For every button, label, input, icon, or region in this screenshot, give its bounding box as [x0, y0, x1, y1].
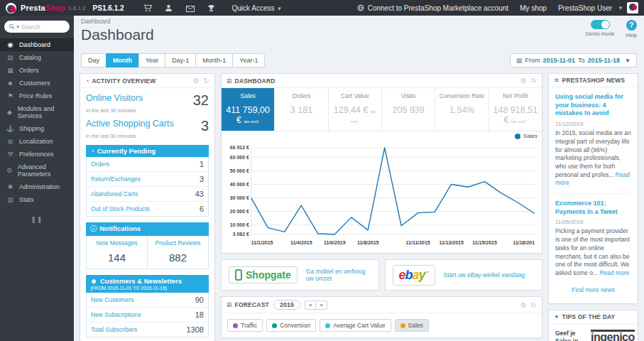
kpi-net-profit[interactable]: Net Profit148 918,51 € tax excl. [489, 88, 542, 131]
sidebar-item-shipping[interactable]: ⚓Shipping [0, 122, 74, 135]
previous-year-button[interactable]: « [305, 301, 315, 310]
svg-text:11/13/2015: 11/13/2015 [439, 240, 464, 245]
sidebar-item-modules[interactable]: ◆Modules and Services [0, 102, 74, 122]
demo-mode-toggle[interactable]: Demo mode [586, 20, 615, 38]
refresh-icon[interactable]: ↻ [204, 77, 209, 85]
kpi-visits[interactable]: Visits205 939 [382, 88, 435, 131]
kpi-cart-value[interactable]: Cart Value129,44 € tax excl. [329, 88, 382, 131]
help-button[interactable]: ? Help [626, 20, 637, 38]
toggle-on-icon[interactable] [591, 20, 610, 29]
svg-text:11/1/2015: 11/1/2015 [251, 240, 273, 245]
range-month-1-button[interactable]: Month-1 [195, 53, 232, 67]
chevron-down-icon: ▼ [277, 6, 283, 12]
product-reviews-cell[interactable]: Product Reviews882 [147, 236, 208, 269]
svg-text:11/8/2015: 11/8/2015 [357, 240, 379, 245]
customers-icon: ☻ [90, 277, 97, 285]
chart-legend[interactable]: Sales [222, 131, 542, 139]
next-year-button[interactable]: » [315, 301, 327, 310]
sales-dot-icon [400, 323, 405, 328]
read-more-link[interactable]: Read more [599, 269, 629, 276]
range-day-button[interactable]: Day [81, 53, 106, 67]
dashboard-panel: ⊞ DASHBOARD ⚙↻ Sales411 759,00 € tax exc… [221, 73, 542, 254]
tab-traffic[interactable]: Traffic [227, 319, 263, 332]
svg-text:60 000 €: 60 000 € [230, 155, 249, 160]
kpi-orders[interactable]: Orders3 181 [275, 88, 328, 131]
sidebar-item-customers[interactable]: ☻Customers [0, 77, 74, 90]
svg-text:66 912 €: 66 912 € [230, 145, 249, 150]
range-year-1-button[interactable]: Year-1 [232, 53, 265, 67]
search-input[interactable] [21, 23, 62, 31]
new-subscriptions-row[interactable]: New Subscriptions18 [87, 308, 208, 323]
svg-text:40 000 €: 40 000 € [230, 182, 249, 187]
date-range-picker[interactable]: ▦ From2015-11-01 To2015-11-18 ▼ [510, 53, 637, 67]
svg-text:11/4/2015: 11/4/2015 [290, 240, 312, 245]
range-day-1-button[interactable]: Day-1 [165, 53, 195, 67]
search-scope-caret[interactable]: ▾ [16, 24, 19, 30]
sidebar-item-preferences[interactable]: ⚒Preferences [0, 148, 74, 161]
news-article: Using social media for your business: 4 … [555, 93, 631, 188]
prestashop-logo-icon[interactable] [6, 3, 16, 13]
sidebar-item-orders[interactable]: ▦Orders [0, 64, 74, 77]
sidebar-item-dashboard[interactable]: ◉Dashboard [0, 38, 74, 51]
help-icon[interactable]: ? [626, 20, 637, 31]
article-title-link[interactable]: Using social media for your business: 4 … [555, 93, 631, 118]
sidebar-item-stats[interactable]: ▥Stats [0, 193, 74, 206]
version-label: 1.6.1.2 [68, 5, 85, 11]
tab-conversion[interactable]: Conversion [266, 319, 316, 332]
sales-line-chart: 3 082 €10 000 €20 000 €30 000 €40 000 €5… [222, 139, 542, 253]
calendar-icon: ▦ [516, 57, 523, 64]
tab-sales[interactable]: Sales [395, 319, 429, 332]
svg-text:11/6/2015: 11/6/2015 [324, 240, 346, 245]
search-icon: ⚲ [7, 22, 16, 31]
user-menu[interactable]: PrestaShop User▼ [558, 2, 638, 13]
info-icon: ⓘ [90, 224, 97, 232]
ebay-banner[interactable]: ebay™ Start uw eBay-winkel vandaag [385, 259, 543, 291]
range-month-button[interactable]: Month [106, 53, 138, 67]
online-visitors[interactable]: Online Visitors 32 [86, 93, 209, 107]
forecast-year[interactable]: 2015 [273, 300, 300, 310]
sidebar-item-advanced-parameters[interactable]: ⚙Advanced Parameters [0, 161, 74, 180]
kpi-sales[interactable]: Sales411 759,00 € tax excl. [222, 88, 275, 131]
search-box[interactable]: ⚲ ▾ [4, 21, 70, 33]
sidebar-collapse-button[interactable]: ❚❚ [0, 216, 74, 223]
marketplace-link[interactable]: Connect to PrestaShop Marketplace accoun… [357, 4, 508, 12]
lightbulb-icon: ✦ [554, 313, 560, 320]
sidebar-item-administration[interactable]: ✱Administration [0, 180, 74, 193]
range-year-button[interactable]: Year [138, 53, 165, 67]
currently-pending-header: ◔Currently Pending [86, 145, 209, 157]
pending-returns-row[interactable]: Return/Exchanges3 [87, 172, 208, 187]
refresh-icon[interactable]: ↻ [531, 301, 537, 309]
gear-icon[interactable]: ⚙ [520, 301, 527, 309]
brand-wordmark[interactable]: PrestaShop [21, 4, 65, 12]
shopgate-banner[interactable]: Shopgate Ga mobiel en verhoog uw omzet [221, 259, 379, 291]
page-title: Dashboard [80, 25, 638, 43]
sidebar-item-catalog[interactable]: ▤Catalog [0, 51, 74, 64]
cart-icon[interactable] [137, 4, 158, 13]
tip-heading: Geef je Sales in het buitenland een Boos… [555, 330, 586, 341]
mail-icon[interactable] [180, 4, 201, 12]
pending-orders-row[interactable]: Orders1 [87, 157, 208, 172]
quick-access-menu[interactable]: Quick Access▼ [232, 4, 283, 12]
kpi-conversion-rate[interactable]: Conversion Rate1.54% [435, 88, 489, 131]
gear-icon[interactable]: ⚙ [520, 77, 527, 85]
sidebar-item-price-rules[interactable]: ⚑Price Rules [0, 90, 74, 102]
average-cart-value-dot-icon [325, 323, 330, 328]
article-title-link[interactable]: Ecommerce 101: Payments in a Tweet [555, 200, 631, 216]
shop-name[interactable]: PS1.6.1.2 [93, 4, 124, 12]
user-icon[interactable] [158, 4, 180, 13]
out-of-stock-row[interactable]: Out of Stock Products6 [87, 202, 208, 216]
find-more-news-link[interactable]: Find more news [555, 286, 631, 293]
refresh-icon[interactable]: ↻ [531, 77, 537, 85]
tab-average-cart-value[interactable]: Average Cart Value [320, 319, 391, 332]
active-shopping-carts[interactable]: Active Shopping Carts 3 [86, 119, 209, 133]
new-customers-row[interactable]: New Customers90 [87, 293, 208, 308]
gear-icon[interactable]: ⚙ [193, 77, 200, 85]
new-messages-cell[interactable]: New Messages144 [87, 236, 147, 269]
breadcrumb[interactable]: Dashboard [80, 16, 638, 25]
abandoned-carts-row[interactable]: Abandoned Carts43 [87, 187, 208, 202]
my-shop-link[interactable]: My shop [520, 4, 547, 12]
sidebar-item-localization[interactable]: ◍Localization [0, 135, 74, 148]
svg-text:11/15/2015: 11/15/2015 [472, 240, 497, 245]
total-subscribers-row[interactable]: Total Subscribers1308 [87, 323, 208, 337]
trophy-icon[interactable] [201, 4, 222, 13]
